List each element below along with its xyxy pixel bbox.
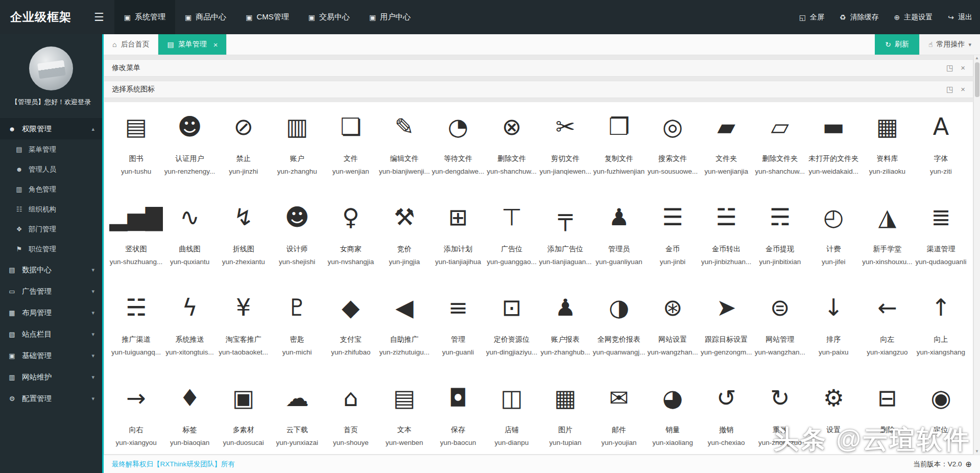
icon-item-yun-zizhutuigu...[interactable]: ◀ 自助推广 yun-zizhutuigu... bbox=[377, 291, 431, 356]
refresh-button[interactable]: ↻ 刷新 bbox=[875, 34, 919, 55]
sidebar-subitem-menu-manage[interactable]: ▤ 菜单管理 bbox=[0, 139, 102, 159]
tab-home[interactable]: ⌂ 后台首页 bbox=[104, 34, 158, 55]
icon-item-yun-jinbitixian[interactable]: ☴ 金币提现 yun-jinbitixian bbox=[753, 201, 807, 266]
icon-item-yun-zhongzuo[interactable]: ↻ 重做 yun-zhongzuo bbox=[753, 382, 807, 446]
sidebar-item-data-center[interactable]: ▤ 数据中心 ▾ bbox=[0, 259, 102, 280]
icon-item-yun-wangzhan...[interactable]: ⊛ 网站设置 yun-wangzhan... bbox=[646, 291, 700, 356]
vertical-scrollbar[interactable]: ▲ ▼ bbox=[973, 55, 980, 455]
sidebar-subitem-department[interactable]: ❖ 部门管理 bbox=[0, 219, 102, 239]
icon-item-yun-jinbizhuan...[interactable]: ☱ 金币转出 yun-jinbizhuan... bbox=[700, 201, 753, 266]
icon-item-yun-dianpu[interactable]: ◫ 店铺 yun-dianpu bbox=[485, 382, 538, 446]
sidebar-item-base-manage[interactable]: ▣ 基础管理 ▾ bbox=[0, 345, 102, 366]
close-icon[interactable]: × bbox=[961, 85, 965, 94]
icon-item-yun-jianqiewen...[interactable]: ✂ 剪切文件 yun-jianqiewen... bbox=[539, 110, 592, 175]
icon-item-yun-xiaoliang[interactable]: ◕ 销量 yun-xiaoliang bbox=[646, 382, 700, 446]
nav-item-trade[interactable]: ▣ 交易中心 bbox=[299, 0, 360, 34]
icon-item-yun-genzongm...[interactable]: ➤ 跟踪目标设置 yun-genzongm... bbox=[700, 291, 753, 356]
icon-item-yun-xiangzuo[interactable]: ← 向左 yun-xiangzuo bbox=[861, 291, 914, 356]
scroll-up-icon[interactable]: ▲ bbox=[974, 55, 980, 61]
icon-item-yun-paixu[interactable]: ↓ 排序 yun-paixu bbox=[807, 291, 861, 356]
icon-item-yun-taobaoket...[interactable]: ¥ 淘宝客推广 yun-taobaoket... bbox=[217, 291, 270, 356]
icon-item-yun-xinshouxu...[interactable]: ◮ 新手学堂 yun-xinshouxu... bbox=[861, 201, 914, 266]
icon-item-yun-bianjiwenji...[interactable]: ✎ 编辑文件 yun-bianjiwenji... bbox=[377, 110, 431, 175]
nav-item-theme[interactable]: ⊕ 主题设置 bbox=[887, 0, 941, 34]
icon-item-yun-jinzhi[interactable]: ⊘ 禁止 yun-jinzhi bbox=[217, 110, 270, 175]
icon-item-yun-weidakaid...[interactable]: ▬ 未打开的文件夹 yun-weidakaid... bbox=[807, 110, 861, 175]
icon-item-yun-yunxiazai[interactable]: ☁ 云下载 yun-yunxiazai bbox=[270, 382, 324, 446]
icon-item-yun-ziliaoku[interactable]: ▦ 资料库 yun-ziliaoku bbox=[861, 110, 914, 175]
nav-item-goods[interactable]: ▣ 商品中心 bbox=[175, 0, 236, 34]
icon-item-yun-baocun[interactable]: ◘ 保存 yun-baocun bbox=[431, 382, 485, 446]
nav-item-user[interactable]: ▣ 用户中心 bbox=[360, 0, 420, 34]
icon-item-idx-63[interactable]: ◉ 定位 bbox=[914, 382, 968, 446]
icon-item-yun-wangzhan...[interactable]: ⊜ 网站管理 yun-wangzhan... bbox=[753, 291, 807, 356]
icon-item-yun-tianjiajihua[interactable]: ⊞ 添加计划 yun-tianjiajihua bbox=[431, 201, 485, 266]
icon-item-yun-jingjia[interactable]: ⚒ 竞价 yun-jingjia bbox=[377, 201, 431, 266]
icon-item-yun-sousuowe...[interactable]: ◎ 搜索文件 yun-sousuowe... bbox=[646, 110, 700, 175]
close-icon[interactable]: × bbox=[961, 63, 965, 73]
sidebar-subitem-position[interactable]: ⚑ 职位管理 bbox=[0, 239, 102, 259]
icon-item-yun-zhanghu[interactable]: ▥ 账户 yun-zhanghu bbox=[270, 110, 324, 175]
icon-item-yun-nvshangjia[interactable]: ♀ 女商家 yun-nvshangjia bbox=[324, 201, 377, 266]
icon-item-yun-dingjiaziyu...[interactable]: ⊡ 定价资源位 yun-dingjiaziyu... bbox=[485, 291, 538, 356]
sidebar-item-ad-manage[interactable]: ▭ 广告管理 ▾ bbox=[0, 280, 102, 302]
icon-item-yun-xiangshang[interactable]: ↑ 向上 yun-xiangshang bbox=[914, 291, 968, 356]
sidebar-item-config-manage[interactable]: ⚙ 配置管理 ▾ bbox=[0, 388, 102, 409]
icon-item-idx-61[interactable]: ⚙ 设置 bbox=[807, 382, 861, 446]
scrollbar-thumb[interactable] bbox=[975, 62, 979, 97]
icon-item-yun-tianjiaguan...[interactable]: ╤ 添加广告位 yun-tianjiaguan... bbox=[539, 201, 592, 266]
nav-item-clear-cache[interactable]: ♻ 清除缓存 bbox=[832, 0, 887, 34]
icon-item-yun-shanchuw...[interactable]: ▱ 删除文件夹 yun-shanchuw... bbox=[753, 110, 807, 175]
icon-item-yun-quxiantu[interactable]: ∿ 曲线图 yun-quxiantu bbox=[163, 201, 217, 266]
common-operations-dropdown[interactable]: ☝ 常用操作 ▾ bbox=[919, 34, 980, 55]
icon-item-yun-zhifubao[interactable]: ◆ 支付宝 yun-zhifubao bbox=[324, 291, 377, 356]
icon-item-yun-zhexiantu[interactable]: ↯ 折线图 yun-zhexiantu bbox=[217, 201, 270, 266]
sidebar-item-site-maintain[interactable]: ▥ 网站维护 ▾ bbox=[0, 366, 102, 388]
icon-item-yun-ziti[interactable]: A 字体 yun-ziti bbox=[914, 110, 968, 175]
sidebar-subitem-role-manage[interactable]: ▥ 角色管理 bbox=[0, 179, 102, 199]
sidebar-item-layout-manage[interactable]: ▦ 布局管理 ▾ bbox=[0, 302, 102, 323]
icon-item-yun-wenben[interactable]: ▤ 文本 yun-wenben bbox=[377, 382, 431, 446]
sidebar-toggle-icon[interactable]: ☰ bbox=[84, 0, 114, 34]
tab-menu[interactable]: ▤ 菜单管理 × bbox=[158, 34, 227, 55]
nav-item-system[interactable]: ▣ 系统管理 bbox=[114, 0, 175, 34]
sidebar-item-permission[interactable]: ☻ 权限管理 ▴ bbox=[0, 118, 102, 139]
icon-item-yun-tushu[interactable]: ▤ 图书 yun-tushu bbox=[109, 110, 163, 175]
icon-item-yun-shejishi[interactable]: ☻ 设计师 yun-shejishi bbox=[270, 201, 324, 266]
sidebar-subitem-organization[interactable]: ☷ 组织机构 bbox=[0, 199, 102, 219]
icon-item-yun-biaoqian[interactable]: ♦ 标签 yun-biaoqian bbox=[163, 382, 217, 446]
footer-copyright-link[interactable]: 最终解释权归【RXThink研发团队】所有 bbox=[112, 460, 235, 469]
nav-item-fullscreen[interactable]: ◱ 全屏 bbox=[792, 0, 832, 34]
icon-item-yun-duosucai[interactable]: ▣ 多素材 yun-duosucai bbox=[217, 382, 270, 446]
icon-item-yun-youjian[interactable]: ✉ 邮件 yun-youjian bbox=[592, 382, 646, 446]
icon-item-yun-shanchuw...[interactable]: ⊗ 删除文件 yun-shanchuw... bbox=[485, 110, 538, 175]
icon-item-yun-michi[interactable]: ♇ 密匙 yun-michi bbox=[270, 291, 324, 356]
icon-item-yun-chexiao[interactable]: ↺ 撤销 yun-chexiao bbox=[700, 382, 753, 446]
scroll-down-icon[interactable]: ▼ bbox=[974, 448, 980, 455]
icon-item-yun-tuiguangq...[interactable]: ☵ 推广渠道 yun-tuiguangq... bbox=[109, 291, 163, 356]
icon-item-yun-wenjian[interactable]: ❏ 文件 yun-wenjian bbox=[324, 110, 377, 175]
nav-item-cms[interactable]: ▣ CMS管理 bbox=[236, 0, 299, 34]
icon-item-yun-renzhengy...[interactable]: ☻ 认证用户 yun-renzhengy... bbox=[163, 110, 217, 175]
icon-item-yun-jinbi[interactable]: ☰ 金币 yun-jinbi bbox=[646, 201, 700, 266]
nav-item-logout[interactable]: ↪ 退出 bbox=[940, 0, 980, 34]
icon-item-yun-dengdaiwe...[interactable]: ◔ 等待文件 yun-dengdaiwe... bbox=[431, 110, 485, 175]
window-restore-icon[interactable]: ◳ bbox=[946, 63, 953, 73]
icon-item-yun-zhanghub...[interactable]: ♟ 账户报表 yun-zhanghub... bbox=[539, 291, 592, 356]
tab-close-icon[interactable]: × bbox=[213, 40, 218, 49]
icon-item-yun-guanggao...[interactable]: ⊤ 广告位 yun-guanggao... bbox=[485, 201, 538, 266]
icon-item-yun-wenjianjia[interactable]: ▰ 文件夹 yun-wenjianjia bbox=[700, 110, 753, 175]
icon-item-yun-jifei[interactable]: ◴ 计费 yun-jifei bbox=[807, 201, 861, 266]
icon-item-yun-guanliyuan[interactable]: ♟ 管理员 yun-guanliyuan bbox=[592, 201, 646, 266]
icon-item-yun-shouye[interactable]: ⌂ 首页 yun-shouye bbox=[324, 382, 377, 446]
icon-item-yun-xiangyou[interactable]: → 向右 yun-xiangyou bbox=[109, 382, 163, 446]
window-restore-icon[interactable]: ◳ bbox=[946, 85, 953, 94]
icon-item-idx-62[interactable]: ⊟ 删除 bbox=[861, 382, 914, 446]
icon-item-yun-shuzhuang...[interactable]: ▂▅▇ 竖状图 yun-shuzhuang... bbox=[109, 201, 163, 266]
sidebar-subitem-staff-manage[interactable]: ☻ 管理人员 bbox=[0, 159, 102, 179]
icon-item-yun-tupian[interactable]: ▦ 图片 yun-tupian bbox=[539, 382, 592, 446]
icon-item-yun-xitongtuis...[interactable]: ϟ 系统推送 yun-xitongtuis... bbox=[163, 291, 217, 356]
icon-item-yun-quanwangj...[interactable]: ◑ 全网竞价报表 yun-quanwangj... bbox=[592, 291, 646, 356]
icon-item-yun-fuzhiwenjian[interactable]: ❐ 复制文件 yun-fuzhiwenjian bbox=[592, 110, 646, 175]
icon-item-yun-qudaoguanli[interactable]: ≣ 渠道管理 yun-qudaoguanli bbox=[914, 201, 968, 266]
